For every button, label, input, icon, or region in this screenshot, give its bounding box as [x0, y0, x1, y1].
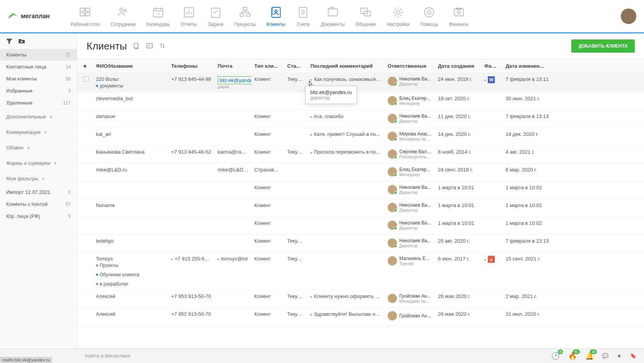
client-name[interactable]: Алексей — [96, 293, 165, 299]
nav-tasks[interactable]: Задачи — [202, 2, 228, 30]
responsible-avatar[interactable] — [388, 167, 397, 176]
client-name[interactable]: tedeligo — [96, 238, 165, 244]
client-name[interactable]: kat_ari — [96, 131, 165, 137]
copy-icon[interactable] — [133, 42, 140, 50]
nav-reports[interactable]: Отчёты — [175, 2, 203, 30]
add-client-button[interactable]: ДОБАВИТЬ КЛИЕНТА — [571, 39, 635, 53]
col-phone[interactable]: Телефоны — [168, 63, 215, 69]
client-name[interactable]: mike@L&D.ru — [96, 167, 165, 173]
chat-icon[interactable]: 💬 — [602, 353, 608, 359]
phone-text[interactable]: +7 953 913-50-70 — [171, 293, 211, 299]
nav-help[interactable]: Помощь — [415, 2, 443, 30]
email-text[interactable]: karma@ramble — [218, 149, 251, 155]
search-input[interactable]: Найти в Мегаплане — [8, 353, 543, 359]
nav-finance[interactable]: Финансы — [444, 2, 474, 30]
table-row[interactable]: clevermedia_bot Блиц Екатер...Менеджер 1… — [77, 92, 644, 110]
responsible-avatar[interactable] — [388, 203, 397, 212]
client-name[interactable]: Каньянова Светлана — [96, 149, 165, 155]
table-row[interactable]: dariasue Клиент ▸Ага, спасибо Николаев В… — [77, 110, 644, 128]
col-type[interactable]: Тип кли... — [251, 63, 284, 69]
responsible-avatar[interactable] — [388, 96, 397, 105]
sidebar-item[interactable]: Контактные лица14 — [0, 61, 77, 73]
responsible-avatar[interactable] — [388, 294, 397, 303]
phone-text[interactable]: +7 913 845-46-52 — [171, 149, 211, 155]
phone-text[interactable]: +7 913 845-44-99 — [171, 76, 211, 82]
email-link[interactable]: bliz.ek@yande: — [218, 76, 251, 84]
responsible-avatar[interactable] — [388, 256, 397, 265]
responsible-avatar[interactable] — [388, 311, 397, 320]
responsible-avatar[interactable] — [388, 114, 397, 123]
responsible-avatar[interactable] — [388, 149, 397, 159]
sidebar-filter[interactable]: Клиенты с почтой57 — [0, 198, 77, 210]
email-text[interactable]: tomsys@tor — [221, 256, 248, 262]
nav-settings[interactable]: Настройки — [381, 2, 415, 30]
logo[interactable]: мегаплан — [8, 12, 50, 20]
client-name[interactable]: Алексей — [96, 311, 165, 317]
sidebar-group[interactable]: Обзвон — [0, 140, 77, 155]
table-row[interactable]: Алексей +7 952 913-50-70 Клиент Текущ...… — [77, 308, 644, 326]
table-row[interactable]: mike@L&D.ru mike@L&D.ru Страховая... Бли… — [77, 164, 644, 182]
table-row[interactable]: TomsysПроектыОбучение клиентав разработк… — [77, 253, 644, 290]
export-icon[interactable] — [146, 42, 153, 50]
responsible-avatar[interactable] — [388, 77, 397, 86]
sidebar-group[interactable]: Формы и сценарии — [0, 155, 77, 171]
fire-icon[interactable]: 🔥31 — [568, 352, 577, 360]
client-name[interactable]: 220 Вольт — [96, 76, 165, 82]
client-name[interactable]: clevermedia_bot — [96, 96, 165, 101]
client-name[interactable]: dariasue — [96, 113, 165, 119]
col-name[interactable]: ФИО/Название — [93, 63, 168, 69]
table-row[interactable]: Каньянова Светлана +7 913 845-46-52 karm… — [77, 146, 644, 164]
table-row[interactable]: Клиент Николаев Ва...Директор 1 марта в … — [77, 217, 644, 235]
nav-employees[interactable]: Сотрудники — [105, 2, 141, 30]
col-comment[interactable]: Последний комментарий — [307, 63, 385, 69]
client-name[interactable]: Noname — [96, 202, 165, 208]
filter-icon[interactable] — [5, 37, 13, 45]
table-row[interactable]: 220 Вольтдокументы +7 913 845-44-99 bliz… — [77, 73, 644, 92]
file-doc-icon[interactable]: W — [488, 76, 495, 83]
table-row[interactable]: tedeligo Клиент Текущ... Николаев Ва...Д… — [77, 235, 644, 253]
table-row[interactable]: kat_ari Клиент ▸Катя, привет! Слушай а п… — [77, 128, 644, 146]
nav-documents[interactable]: Документы — [315, 2, 350, 30]
col-responsible[interactable]: Ответственные — [385, 63, 435, 69]
sidebar-filter[interactable]: Юр. лица (РФ)5 — [0, 210, 77, 222]
file-image-icon[interactable]: ▲ — [488, 256, 495, 263]
col-modified[interactable]: Дата изменен... — [503, 63, 553, 69]
nav-desktop[interactable]: Рабочий стол — [65, 2, 105, 30]
responsible-avatar[interactable] — [388, 221, 397, 230]
bell-icon[interactable]: 🔔19 — [585, 352, 594, 360]
nav-chat[interactable]: Общение — [350, 2, 382, 30]
col-status[interactable]: Ста... — [284, 63, 307, 69]
clock-icon[interactable]: 🕐6 — [551, 352, 560, 360]
responsible-avatar[interactable] — [388, 132, 397, 141]
phone-text[interactable]: +7 952 913-50-70 — [171, 311, 211, 317]
col-files[interactable]: Файлы — [481, 63, 503, 69]
add-folder-icon[interactable] — [18, 37, 26, 45]
sidebar-group[interactable]: Дополнительные — [0, 109, 77, 124]
phone-text[interactable]: +7 915 255-66-66 — [175, 256, 215, 262]
nav-calendar[interactable]: 15Календарь — [141, 2, 175, 30]
table-row[interactable]: Алексей +7 953 913-50-70 Клиент Текущ...… — [77, 290, 644, 308]
sidebar-group[interactable]: Коммуникации — [0, 124, 77, 140]
col-email[interactable]: Почта — [215, 63, 251, 69]
sidebar-group[interactable]: Мои фильтры — [0, 171, 77, 186]
row-checkbox[interactable] — [83, 76, 89, 82]
nav-invoices[interactable]: Счета — [291, 2, 315, 30]
sidebar-item[interactable]: Удаленные117 — [0, 97, 77, 109]
table-row[interactable]: Клиент Николаев Ва...Директор 1 марта в … — [77, 182, 644, 199]
client-name[interactable]: Tomsys — [96, 256, 165, 262]
nav-processes[interactable]: Процессы — [229, 2, 261, 30]
nav-clients[interactable]: Клиенты — [261, 2, 291, 30]
bookmark-icon[interactable]: 🔖 — [630, 353, 636, 359]
responsible-avatar[interactable] — [388, 238, 397, 248]
table-row[interactable]: Noname Клиент Николаев Ва...Директор 1 м… — [77, 199, 644, 217]
sidebar-item[interactable]: Избранные3 — [0, 85, 77, 97]
sort-icon[interactable] — [159, 42, 166, 50]
email-text[interactable]: mike@L&D.ru — [218, 167, 249, 173]
sidebar-item[interactable]: Мои клиенты50 — [0, 73, 77, 85]
responsible-avatar[interactable] — [388, 185, 397, 194]
user-avatar[interactable] — [621, 9, 636, 24]
star-icon[interactable]: ★ — [617, 353, 622, 359]
sidebar-item[interactable]: Клиенты72 — [0, 49, 77, 61]
col-created[interactable]: Дата создания — [435, 63, 481, 69]
sidebar-filter[interactable]: Импорт 12.07.20210 — [0, 186, 77, 198]
